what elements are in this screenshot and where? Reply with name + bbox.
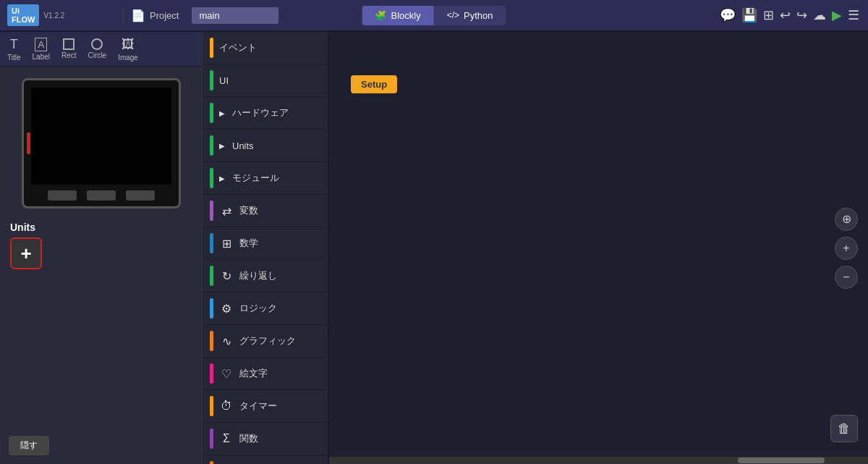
redo-icon[interactable]: ↪ <box>796 7 807 23</box>
canvas-area[interactable]: Setup ⊕ + − 🗑 <box>329 32 868 464</box>
left-panel: T Title A Label Rect Circle 🖼 Image <box>0 32 203 464</box>
tool-title[interactable]: T Title <box>7 37 21 62</box>
tool-image[interactable]: 🖼 Image <box>118 37 138 62</box>
category-label: 絵文字 <box>239 367 268 380</box>
category-color-bar <box>210 201 213 221</box>
category-color-bar <box>210 135 213 156</box>
device-btn-1 <box>48 190 77 201</box>
category-color-bar <box>210 168 213 188</box>
tool-circle[interactable]: Circle <box>88 38 107 59</box>
play-icon[interactable]: ▶ <box>832 7 842 23</box>
category-label: UI <box>219 75 229 86</box>
main-name-input[interactable] <box>192 7 278 24</box>
hide-button[interactable]: 隠す <box>9 436 49 455</box>
tool-label[interactable]: A Label <box>33 38 50 61</box>
category-icon-graphic: ∿ <box>219 334 234 348</box>
logo: UiFLOW <box>7 4 39 26</box>
top-bar: UiFLOW V1.2.2 📄 Project 🧩 Blockly </> Py… <box>0 0 868 32</box>
category-color-bar <box>210 103 213 123</box>
category-variable[interactable]: ⇄変数 <box>203 195 328 227</box>
category-label: イベント <box>219 41 257 54</box>
trash-button[interactable]: 🗑 <box>830 415 858 442</box>
units-title: Units <box>10 222 192 233</box>
device-preview <box>0 67 202 216</box>
category-label: Units <box>232 140 254 151</box>
category-icon-timer: ⏱ <box>219 400 234 413</box>
title-icon: T <box>10 37 18 52</box>
category-label: グラフィック <box>239 334 296 347</box>
category-color-bar <box>210 363 213 384</box>
category-color-bar <box>210 396 213 416</box>
pan-control[interactable]: ⊕ <box>835 208 858 231</box>
chat-icon[interactable]: 💬 <box>720 7 736 23</box>
category-arrow: ▶ <box>219 109 225 117</box>
category-emoji[interactable]: ♡絵文字 <box>203 358 328 390</box>
main-layout: T Title A Label Rect Circle 🖼 Image <box>0 32 868 464</box>
category-label: モジュール <box>232 172 279 185</box>
tab-blockly[interactable]: 🧩 Blockly <box>362 6 433 25</box>
category-label: 関数 <box>239 432 258 445</box>
canvas-controls: ⊕ + − <box>835 208 858 289</box>
toolbar-row: T Title A Label Rect Circle 🖼 Image <box>0 32 202 67</box>
cloud-icon[interactable]: ☁ <box>813 7 826 23</box>
category-icon-variable: ⇄ <box>219 204 234 218</box>
category-hardware[interactable]: ▶ ハードウェア <box>203 97 328 130</box>
tab-python[interactable]: </> Python <box>434 6 506 25</box>
category-icon-function: Σ <box>219 432 234 445</box>
category-color-bar <box>210 38 213 58</box>
category-color-bar <box>210 233 213 253</box>
version-label: V1.2.2 <box>43 12 64 20</box>
device-red-bar <box>27 132 30 154</box>
category-graphic[interactable]: ∿グラフィック <box>203 325 328 358</box>
image-icon: 🖼 <box>122 37 135 52</box>
category-icon-loop: ↻ <box>219 269 234 283</box>
category-loop[interactable]: ↻繰り返し <box>203 260 328 292</box>
units-section: Units + <box>0 216 202 275</box>
undo-icon[interactable]: ↩ <box>780 7 791 23</box>
device-screen <box>31 88 171 185</box>
zoom-out-control[interactable]: − <box>835 266 858 289</box>
horizontal-scrollbar[interactable] <box>329 457 868 464</box>
category-logic[interactable]: ⚙ロジック <box>203 292 328 325</box>
menu-icon[interactable]: ☰ <box>848 7 859 23</box>
category-timer[interactable]: ⏱タイマー <box>203 390 328 423</box>
category-arrow: ▶ <box>219 174 225 182</box>
right-toolbar: 💬 💾 ⊞ ↩ ↪ ☁ ▶ ☰ <box>711 7 868 23</box>
category-color-bar <box>210 331 213 351</box>
category-color-bar <box>210 70 213 90</box>
project-icon: 📄 <box>131 9 145 22</box>
category-function[interactable]: Σ関数 <box>203 423 328 455</box>
category-color-bar <box>210 266 213 286</box>
device-btn-3 <box>126 190 155 201</box>
category-math[interactable]: ⊞数学 <box>203 227 328 260</box>
blockly-icon: 🧩 <box>375 10 386 21</box>
category-label: タイマー <box>239 400 277 413</box>
zoom-in-control[interactable]: + <box>835 237 858 260</box>
category-arrow: ▶ <box>219 142 225 150</box>
category-label: 数学 <box>239 237 258 250</box>
device-btn-2 <box>87 190 116 201</box>
setup-block[interactable]: Setup <box>351 75 397 93</box>
category-ui[interactable]: UI <box>203 64 328 97</box>
tool-rect[interactable]: Rect <box>61 38 77 59</box>
category-label: 繰り返し <box>239 269 277 282</box>
project-label: Project <box>150 10 179 21</box>
category-icon-emoji: ♡ <box>219 367 234 381</box>
circle-icon <box>91 38 103 50</box>
units-add-button[interactable]: + <box>10 237 42 269</box>
device-frame <box>22 78 181 208</box>
label-icon: A <box>35 38 47 51</box>
project-area: 📄 Project <box>123 9 186 22</box>
grid-icon[interactable]: ⊞ <box>763 7 774 23</box>
mode-tabs: 🧩 Blockly </> Python <box>362 6 506 25</box>
category-label: ロジック <box>239 302 277 315</box>
category-text[interactable]: ≡テキスト <box>203 455 328 464</box>
category-module[interactable]: ▶ モジュール <box>203 162 328 195</box>
category-event[interactable]: イベント <box>203 32 328 64</box>
device-buttons <box>48 190 155 201</box>
category-color-bar <box>210 429 213 449</box>
category-label: 変数 <box>239 204 258 217</box>
category-units[interactable]: ▶ Units <box>203 130 328 162</box>
scrollbar-thumb[interactable] <box>738 457 825 463</box>
save-icon[interactable]: 💾 <box>741 7 757 23</box>
